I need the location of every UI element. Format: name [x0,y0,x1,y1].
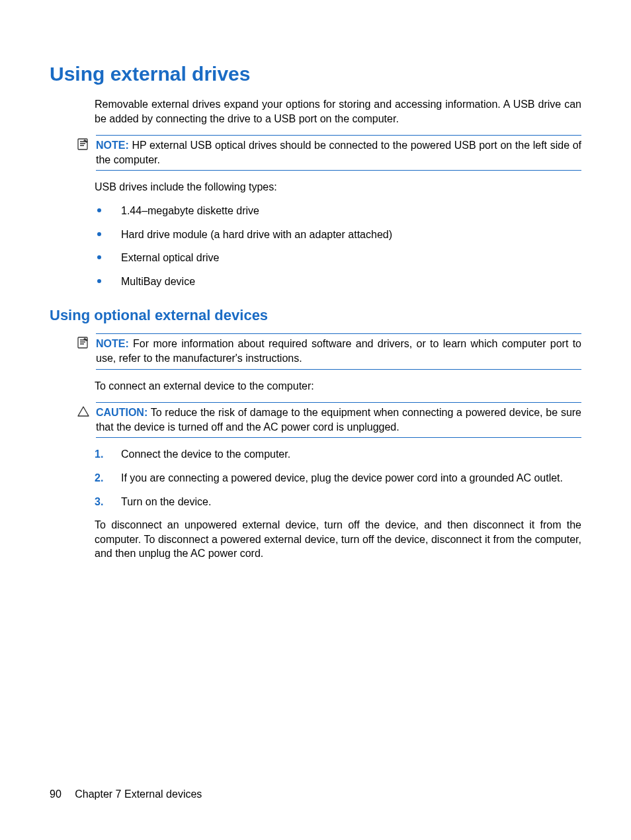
note-text: HP external USB optical drives should be… [96,140,581,165]
list-item: Hard drive module (a hard drive with an … [95,228,581,242]
note-callout-2: NOTE: For more information about require… [77,333,581,369]
step-text: If you are connecting a powered device, … [121,472,563,483]
page-number: 90 [50,788,62,800]
intro-paragraph: Removable external drives expand your op… [95,97,581,126]
caution-callout: CAUTION: To reduce the risk of damage to… [77,402,581,438]
note-icon [77,337,89,349]
step-item: 2.If you are connecting a powered device… [95,471,581,485]
usb-intro: USB drives include the following types: [95,180,581,194]
note-label: NOTE: [96,338,129,349]
note-icon [77,138,89,150]
step-text: Turn on the device. [121,496,211,507]
heading-using-optional-external-devices: Using optional external devices [50,307,581,324]
note-label: NOTE: [96,140,129,151]
step-text: Connect the device to the computer. [121,448,290,460]
list-item: MultiBay device [95,274,581,289]
note-callout-1: NOTE: HP external USB optical drives sho… [77,135,581,171]
caution-icon [77,405,89,417]
connect-intro: To connect an external device to the com… [95,379,581,394]
heading-using-external-drives: Using external drives [50,63,581,85]
steps-list: 1.Connect the device to the computer. 2.… [95,447,581,509]
step-item: 1.Connect the device to the computer. [95,447,581,462]
list-item: External optical drive [95,251,581,265]
step-item: 3.Turn on the device. [95,495,581,509]
caution-text: To reduce the risk of damage to the equi… [96,407,581,433]
page-footer: 90 Chapter 7 External devices [50,788,202,800]
chapter-label: Chapter 7 External devices [75,788,202,800]
list-item: 1.44–megabyte diskette drive [95,204,581,218]
note-text: For more information about required soft… [96,338,581,364]
disconnect-paragraph: To disconnect an unpowered external devi… [95,518,581,561]
caution-label: CAUTION: [96,407,147,418]
usb-types-list: 1.44–megabyte diskette drive Hard drive … [95,204,581,288]
